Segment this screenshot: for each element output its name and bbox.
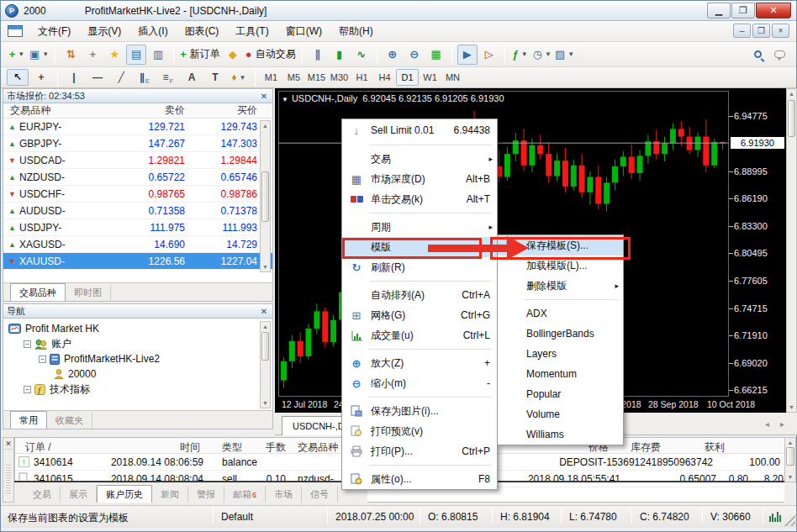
- arrows-tool-button[interactable]: ♦▼: [228, 69, 250, 86]
- ctx-打印预览-v-[interactable]: 打印预览(v): [342, 421, 497, 441]
- mdi-restore-button[interactable]: ❐: [752, 24, 770, 38]
- mdi-close-button[interactable]: ×: [772, 24, 789, 38]
- column-symbol[interactable]: 交易品种: [10, 103, 50, 118]
- line-chart-mode-button[interactable]: ∿: [351, 45, 372, 65]
- tab-scroll-left-icon[interactable]: ◂: [765, 419, 769, 429]
- chart-scrollbar[interactable]: ▲ ▼: [786, 88, 797, 413]
- tile-windows-button[interactable]: ▦: [426, 45, 446, 65]
- menu-图表C[interactable]: 图表(C): [177, 22, 228, 41]
- menu-显示V[interactable]: 显示(V): [79, 22, 129, 41]
- horizontal-line-tool-button[interactable]: —: [87, 69, 108, 86]
- periods-list-button[interactable]: ◷▼: [532, 45, 552, 65]
- market-watch-row-audusd[interactable]: ▲AUDUSD-0.713580.71378: [3, 203, 272, 219]
- cursor-tool-button[interactable]: ↖: [7, 69, 29, 86]
- nav-item-profit-market-hk[interactable]: Profit Market HK: [8, 321, 272, 336]
- tpl-删除模版[interactable]: 删除模版▸: [498, 276, 623, 296]
- terminal-grip[interactable]: ✕: [3, 437, 14, 503]
- terminal-tab-警报[interactable]: 警报: [188, 487, 224, 503]
- ctx-放大-z-[interactable]: ⊕放大(Z)+: [342, 353, 497, 373]
- ctx-缩小-m-[interactable]: ⊖缩小(m)-: [342, 373, 497, 393]
- timeframe-m30[interactable]: M30: [328, 69, 351, 86]
- auto-scroll-button[interactable]: ▶: [457, 45, 478, 65]
- timeframe-d1[interactable]: D1: [396, 69, 419, 86]
- timeframe-w1[interactable]: W1: [419, 69, 441, 86]
- market-watch-scrollbar[interactable]: ▲ ▼: [260, 120, 271, 272]
- ctx-单击交易-k-[interactable]: 单击交易(k)Alt+T: [342, 189, 497, 209]
- menu-帮助H[interactable]: 帮助(H): [330, 22, 382, 41]
- search-button[interactable]: [747, 45, 768, 65]
- ctx-自动排列-a-[interactable]: 自动排列(A)Ctrl+A: [342, 285, 497, 305]
- terminal-tab-账户历史[interactable]: 账户历史: [97, 485, 152, 503]
- market-watch-row-usdchf[interactable]: ▼USDCHF-0.987650.98786: [3, 186, 272, 203]
- nav-item-profitmarkethk-live2[interactable]: −ProfitMarketHK-Live2: [8, 351, 272, 366]
- tab-交易品种[interactable]: 交易品种: [10, 283, 66, 301]
- resize-grip[interactable]: [782, 513, 795, 526]
- timeframe-mn[interactable]: MN: [441, 69, 464, 86]
- ctx-保存为图片-i-[interactable]: 保存为图片(i)...: [342, 401, 497, 421]
- market-watch-row-gbpjpy[interactable]: ▲GBPJPY-147.267147.303: [3, 135, 272, 152]
- terminal-tab-信号[interactable]: 信号: [302, 487, 338, 503]
- chart-profiles-button[interactable]: ▣▼: [29, 45, 50, 65]
- terminal-toggle-button[interactable]: ▥: [148, 45, 168, 65]
- timeframe-h4[interactable]: H4: [373, 69, 396, 86]
- zoom-out-button[interactable]: ⊖: [404, 45, 425, 65]
- terminal-tab-市场[interactable]: 市场: [266, 487, 302, 503]
- new-order-button[interactable]: +新订单: [179, 45, 221, 65]
- ctx-打印-p-[interactable]: 打印(P)...Ctrl+P: [342, 441, 497, 461]
- tree-expander-icon[interactable]: −: [39, 356, 46, 363]
- fibonacci-tool-button[interactable]: ≡F: [157, 69, 179, 86]
- navigator-title[interactable]: 导航 ✕: [3, 304, 272, 319]
- ctx-市场深度-d-[interactable]: ▦市场深度(D)Alt+B: [342, 169, 497, 189]
- market-watch-row-xauusd[interactable]: ▼XAUUSD-1226.561227.04: [3, 253, 272, 270]
- ctx-成交量-u-[interactable]: 成交量(u)Ctrl+L: [342, 325, 497, 345]
- chart-shift-button[interactable]: ▷: [479, 45, 499, 65]
- tab-scroll-right-icon[interactable]: ▸: [780, 419, 784, 429]
- tpl-adx[interactable]: ADX: [498, 303, 623, 324]
- tree-expander-icon[interactable]: −: [24, 386, 31, 393]
- column-ask[interactable]: 买价: [202, 103, 257, 118]
- market-watch-row-usdjpy[interactable]: ▲USDJPY-111.975111.993: [3, 219, 272, 236]
- market-watch-row-eurjpy[interactable]: ▲EURJPY-129.721129.743: [3, 119, 272, 135]
- market-watch-row-nzdusd[interactable]: ▲NZDUSD-0.657220.65746: [3, 169, 272, 186]
- crosshair-tool-button[interactable]: +: [30, 69, 52, 86]
- menu-文件F[interactable]: 文件(F): [29, 22, 79, 41]
- navigator-close-icon[interactable]: ✕: [259, 307, 269, 316]
- trendline-tool-button[interactable]: ╱: [110, 69, 132, 86]
- favorites-button[interactable]: ★: [104, 45, 124, 65]
- timeframe-m5[interactable]: M5: [282, 69, 305, 86]
- menu-工具T[interactable]: 工具(T): [227, 22, 277, 41]
- terminal-tab-新闻[interactable]: 新闻: [152, 487, 188, 503]
- market-watch-row-usdcad[interactable]: ▼USDCAD-1.298211.29844: [3, 152, 272, 169]
- menu-窗口W[interactable]: 窗口(W): [277, 22, 330, 41]
- tab-常用[interactable]: 常用: [10, 411, 47, 429]
- nav-item-技术指标[interactable]: −f技术指标: [8, 382, 272, 397]
- ctx-交易[interactable]: 交易▸: [342, 149, 497, 169]
- tpl-volume[interactable]: Volume: [498, 404, 623, 424]
- timeframe-m15[interactable]: M15: [305, 69, 328, 86]
- timeframe-m1[interactable]: M1: [260, 69, 282, 86]
- minimize-button[interactable]: ▁: [707, 3, 731, 18]
- timeframe-h1[interactable]: H1: [351, 69, 373, 86]
- channel-tool-button[interactable]: ∥E: [134, 69, 156, 86]
- tab-即时图[interactable]: 即时图: [66, 285, 111, 301]
- ctx-网格-g-[interactable]: ⊞网格(G)Ctrl+G: [342, 305, 497, 325]
- text-label-tool-button[interactable]: T: [204, 69, 226, 86]
- new-chart-button[interactable]: +▼: [7, 45, 27, 65]
- ctx-属性-o-[interactable]: 属性(o)...F8: [342, 469, 497, 489]
- tpl-layers[interactable]: Layers: [498, 344, 623, 364]
- tree-expander-icon[interactable]: −: [24, 340, 31, 348]
- indicators-list-button[interactable]: ƒ▼: [510, 45, 530, 65]
- title-bar[interactable]: P 2000 ProfitMarketHK-Live2 - [USDCNH-,D…: [1, 1, 796, 21]
- tpl-williams[interactable]: Williams: [498, 424, 623, 445]
- terminal-tab-展示[interactable]: 展示: [61, 487, 97, 503]
- restore-button[interactable]: ❐: [731, 3, 755, 18]
- market-watch-close-icon[interactable]: ✕: [259, 92, 269, 101]
- terminal-scrollbar[interactable]: ▲ ▼: [784, 437, 796, 482]
- nav-item-20000[interactable]: 20000: [8, 366, 272, 382]
- market-watch-row-xagusd[interactable]: ▲XAGUSD-14.69014.729: [3, 236, 272, 253]
- market-watch-title[interactable]: 市场报价: 02:34:53 ✕: [3, 89, 272, 103]
- data-window-toggle-button[interactable]: +: [82, 45, 103, 65]
- mdi-minimize-button[interactable]: –: [733, 24, 751, 38]
- market-watch-toggle-button[interactable]: ⇅: [61, 45, 81, 65]
- tpl-momentum[interactable]: Momentum: [498, 364, 623, 384]
